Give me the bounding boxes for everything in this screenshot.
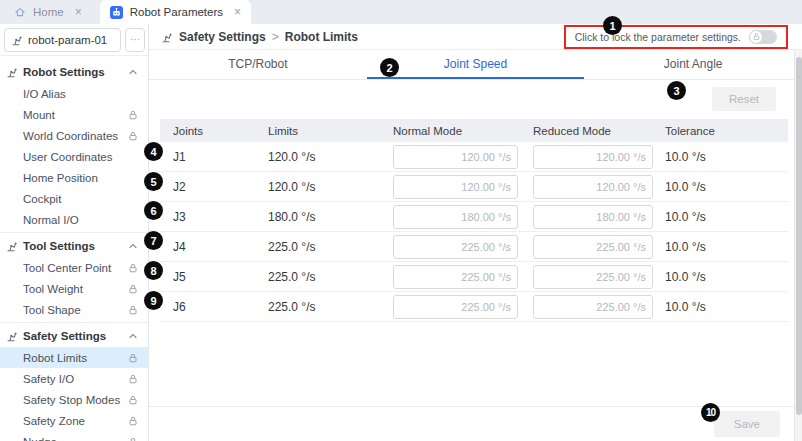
robot-app-icon — [110, 6, 123, 19]
sidebar-item-label: Tool Center Point — [23, 262, 111, 274]
tab-robot-parameters[interactable]: Robot Parameters × — [100, 0, 251, 24]
col-header-tolerance: Tolerance — [652, 125, 788, 137]
reset-button[interactable]: Reset — [712, 87, 776, 111]
joint-speed-table: Joints Limits Normal Mode Reduced Mode T… — [160, 119, 788, 322]
limit-value: 120.0 °/s — [255, 180, 380, 194]
joint-label: J3 — [160, 210, 255, 224]
param-selector-row: robot-param-01 ··· — [0, 24, 148, 56]
lock-icon — [128, 374, 138, 384]
limit-value: 225.0 °/s — [255, 270, 380, 284]
sidebar-item-label: Safety I/O — [23, 373, 74, 385]
sidebar-nav: Robot Settings I/O Alias Mount World Coo… — [0, 56, 148, 441]
sidebar-item-home-position[interactable]: Home Position — [0, 167, 148, 188]
lock-icon — [128, 263, 138, 273]
param-name-field[interactable]: robot-param-01 — [4, 28, 121, 52]
sidebar-item-label: User Coordinates — [23, 151, 112, 163]
sidebar-item-label: Tool Shape — [23, 304, 81, 316]
joint-label: J5 — [160, 270, 255, 284]
toggle-knob — [749, 30, 763, 44]
sidebar-item-label: I/O Alias — [23, 88, 66, 100]
scrollbar-thumb[interactable] — [796, 57, 802, 415]
sidebar-item-world-coordinates[interactable]: World Coordinates — [0, 125, 148, 146]
window-tab-bar: Home × Robot Parameters × — [0, 0, 802, 24]
sidebar-item-cockpit[interactable]: Cockpit — [0, 188, 148, 209]
sidebar-item-label: Tool Weight — [23, 283, 83, 295]
sidebar-item-safety-stop-modes[interactable]: Safety Stop Modes — [0, 389, 148, 410]
sidebar-item-label: Mount — [23, 109, 55, 121]
robot-icon — [6, 66, 18, 78]
tolerance-value: 10.0 °/s — [652, 150, 788, 164]
sidebar-item-robot-limits[interactable]: Robot Limits — [0, 347, 148, 368]
sidebar-item-io-alias[interactable]: I/O Alias — [0, 83, 148, 104]
sidebar-item-normal-io[interactable]: Normal I/O — [0, 209, 148, 230]
table-row-j4: J4 225.0 °/s 10.0 °/s — [160, 232, 788, 262]
chevron-up-icon[interactable] — [127, 66, 139, 78]
tab-joint-angle[interactable]: Joint Angle — [584, 50, 802, 79]
sidebar-item-nudge[interactable]: Nudge — [0, 431, 148, 441]
reduced-mode-input[interactable] — [533, 295, 653, 319]
sidebar-item-user-coordinates[interactable]: User Coordinates — [0, 146, 148, 167]
sidebar-section-tool-settings[interactable]: Tool Settings — [0, 235, 148, 257]
normal-mode-input[interactable] — [393, 175, 518, 199]
sidebar-item-safety-zone[interactable]: Safety Zone — [0, 410, 148, 431]
joint-label: J4 — [160, 240, 255, 254]
limit-value: 120.0 °/s — [255, 150, 380, 164]
sidebar: robot-param-01 ··· Robot Settings I/O Al… — [0, 24, 149, 441]
chevron-up-icon[interactable] — [127, 240, 139, 252]
reduced-mode-input[interactable] — [533, 175, 653, 199]
table-header-row: Joints Limits Normal Mode Reduced Mode T… — [160, 119, 788, 142]
sidebar-item-tool-shape[interactable]: Tool Shape — [0, 299, 148, 320]
close-icon[interactable]: × — [234, 6, 241, 18]
sidebar-item-safety-io[interactable]: Safety I/O — [0, 368, 148, 389]
lock-settings-toggle[interactable] — [749, 30, 777, 44]
tab-home[interactable]: Home × — [4, 0, 92, 24]
normal-mode-input[interactable] — [393, 205, 518, 229]
table-row-j3: J3 180.0 °/s 10.0 °/s — [160, 202, 788, 232]
sidebar-item-tool-center-point[interactable]: Tool Center Point — [0, 257, 148, 278]
limit-value: 180.0 °/s — [255, 210, 380, 224]
close-icon[interactable]: × — [75, 6, 82, 18]
sidebar-item-label: Safety Stop Modes — [23, 394, 120, 406]
reduced-mode-input[interactable] — [533, 205, 653, 229]
sidebar-item-mount[interactable]: Mount — [0, 104, 148, 125]
breadcrumb-page: Robot Limits — [285, 30, 358, 44]
table-row-j6: J6 225.0 °/s 10.0 °/s — [160, 292, 788, 322]
normal-mode-input[interactable] — [393, 145, 518, 169]
tolerance-value: 10.0 °/s — [652, 180, 788, 194]
normal-mode-input[interactable] — [393, 265, 518, 289]
divider — [0, 322, 148, 323]
joint-label: J2 — [160, 180, 255, 194]
sidebar-item-label: World Coordinates — [23, 130, 118, 142]
sidebar-section-robot-settings[interactable]: Robot Settings — [0, 61, 148, 83]
sidebar-section-safety-settings[interactable]: Safety Settings — [0, 325, 148, 347]
sidebar-item-label: Safety Zone — [23, 415, 85, 427]
section-title: Safety Settings — [23, 330, 106, 342]
lock-icon — [128, 416, 138, 426]
chevron-up-icon[interactable] — [127, 330, 139, 342]
home-icon — [14, 6, 26, 18]
reduced-mode-input[interactable] — [533, 265, 653, 289]
tab-tcp-robot[interactable]: TCP/Robot — [149, 50, 367, 79]
sidebar-item-label: Robot Limits — [23, 352, 87, 364]
reduced-mode-input[interactable] — [533, 235, 653, 259]
robot-icon — [161, 31, 173, 43]
sidebar-item-label: Nudge — [23, 436, 57, 441]
lock-icon — [128, 353, 138, 363]
breadcrumb-section[interactable]: Safety Settings — [179, 30, 266, 44]
normal-mode-input[interactable] — [393, 235, 518, 259]
reduced-mode-input[interactable] — [533, 145, 653, 169]
table-row-j1: J1 120.0 °/s 10.0 °/s — [160, 142, 788, 172]
lock-icon — [128, 305, 138, 315]
sidebar-item-tool-weight[interactable]: Tool Weight — [0, 278, 148, 299]
col-header-reduced-mode: Reduced Mode — [520, 125, 652, 137]
col-header-limits: Limits — [255, 125, 380, 137]
save-button[interactable]: Save — [714, 411, 780, 437]
normal-mode-input[interactable] — [393, 295, 518, 319]
tolerance-value: 10.0 °/s — [652, 210, 788, 224]
lock-icon — [128, 131, 138, 141]
divider — [0, 232, 148, 233]
vertical-scrollbar[interactable] — [794, 50, 802, 441]
lock-icon — [128, 110, 138, 120]
tab-joint-speed[interactable]: Joint Speed — [367, 50, 585, 79]
more-button[interactable]: ··· — [125, 28, 145, 52]
